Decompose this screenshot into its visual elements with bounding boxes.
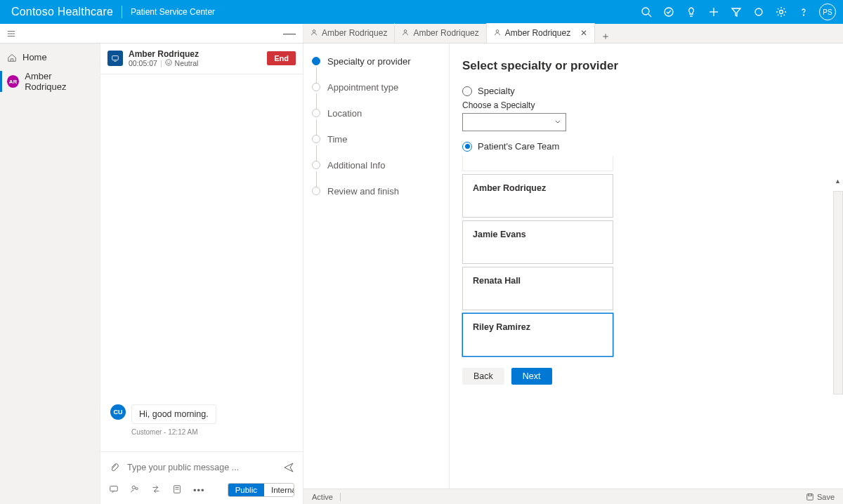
divider: [100, 451, 303, 452]
svg-point-12: [313, 30, 315, 33]
step-appointment-type[interactable]: Appointment type: [312, 82, 440, 93]
chat-panel: Amber Rodriquez 00:05:07 | Neutral End C…: [100, 44, 303, 504]
svg-point-19: [169, 62, 170, 62]
quick-reply-icon[interactable]: [109, 484, 119, 496]
tab-label: Amber Rodriquez: [413, 28, 478, 38]
second-bar: — Amber Rodriquez Amber Rodriquez Amber …: [0, 24, 843, 44]
close-icon[interactable]: ✕: [575, 28, 587, 38]
chat-input-row: [100, 456, 303, 479]
end-chat-button[interactable]: End: [267, 51, 296, 65]
help-icon[interactable]: [792, 0, 815, 24]
notes-icon[interactable]: [172, 484, 182, 496]
chat-header-strip: —: [22, 24, 303, 43]
svg-point-18: [167, 62, 168, 62]
svg-point-16: [165, 60, 171, 65]
care-team-card[interactable]: Amber Rodriquez: [462, 174, 613, 218]
brand-subtitle: Patient Service Center: [131, 7, 215, 17]
lightbulb-icon[interactable]: [680, 0, 702, 24]
svg-point-14: [496, 30, 499, 33]
form-title: Select specialty or provider: [462, 59, 825, 73]
person-icon: [311, 28, 318, 38]
contact-avatar: AR: [7, 75, 19, 88]
user-avatar[interactable]: PS: [819, 4, 836, 20]
svg-rect-20: [110, 486, 118, 491]
transfer-icon[interactable]: [151, 484, 161, 496]
svg-point-13: [405, 30, 407, 33]
care-team-list: Amber Rodriquez Jamie Evans Renata Hall …: [462, 156, 825, 357]
message-meta: Customer - 12:12 AM: [131, 428, 293, 436]
step-location[interactable]: Location: [312, 108, 440, 119]
svg-point-2: [665, 8, 673, 16]
chat-transcript: CU Hi, good morning. Customer - 12:12 AM: [100, 74, 303, 447]
chat-header: Amber Rodriquez 00:05:07 | Neutral End: [100, 44, 303, 74]
toggle-public[interactable]: Public: [228, 484, 264, 496]
status-bar: Active Save: [303, 489, 843, 504]
task-icon[interactable]: [658, 0, 680, 24]
record-status: Active: [312, 493, 333, 501]
save-icon[interactable]: [806, 493, 814, 501]
send-icon[interactable]: [283, 462, 294, 473]
form-panel: Select specialty or provider Specialty C…: [450, 44, 843, 504]
sentiment-icon: [165, 59, 172, 68]
toggle-internal[interactable]: Internal: [264, 484, 294, 496]
filter-icon[interactable]: [725, 0, 747, 24]
step-specialty[interactable]: Specialty or provider: [312, 56, 440, 67]
sidebar-label: Amber Rodriquez: [25, 71, 93, 92]
minimize-chat-icon[interactable]: —: [283, 26, 296, 41]
add-tab-button[interactable]: ＋: [595, 30, 616, 43]
care-team-scroll-top: [462, 156, 613, 171]
svg-rect-27: [808, 493, 811, 496]
care-team-card[interactable]: Jamie Evans: [462, 220, 613, 264]
tab-contact-3[interactable]: Amber Rodriquez ✕: [487, 23, 595, 43]
home-icon: [7, 53, 17, 62]
presence-icon[interactable]: [747, 0, 770, 24]
chat-elapsed: 00:05:07: [129, 59, 157, 68]
attach-icon[interactable]: [109, 462, 120, 473]
chat-contact-name: Amber Rodriquez: [129, 49, 261, 59]
wizard-steps: Specialty or provider Appointment type L…: [303, 44, 450, 504]
visibility-toggle[interactable]: Public Internal: [228, 483, 294, 497]
sidebar-item-contact[interactable]: AR Amber Rodriquez: [0, 67, 100, 96]
svg-point-6: [755, 8, 762, 15]
next-button[interactable]: Next: [511, 368, 552, 385]
sidebar-label: Home: [22, 52, 47, 62]
consult-icon[interactable]: [130, 484, 140, 496]
chevron-down-icon: [554, 119, 561, 126]
scrollbar[interactable]: ▲: [833, 191, 843, 394]
radio-care-team[interactable]: Patient's Care Team: [462, 141, 825, 152]
step-additional-info[interactable]: Additional Info: [312, 160, 440, 171]
tab-label: Amber Rodriquez: [505, 28, 570, 38]
gear-icon[interactable]: [770, 0, 792, 24]
left-sidebar: Home AR Amber Rodriquez: [0, 44, 100, 504]
care-team-card[interactable]: Renata Hall: [462, 267, 613, 310]
save-button[interactable]: Save: [817, 493, 835, 501]
message-avatar: CU: [110, 404, 126, 420]
search-icon[interactable]: [635, 0, 658, 24]
hamburger-icon[interactable]: [0, 24, 22, 43]
sidebar-item-home[interactable]: Home: [0, 48, 100, 67]
message-text: Hi, good morning.: [131, 404, 216, 424]
person-icon: [402, 28, 409, 38]
radio-icon: [462, 86, 472, 96]
tab-strip: Amber Rodriquez Amber Rodriquez Amber Ro…: [303, 24, 843, 43]
back-button[interactable]: Back: [462, 368, 504, 385]
step-time[interactable]: Time: [312, 134, 440, 145]
radio-specialty[interactable]: Specialty: [462, 86, 825, 96]
tab-contact-1[interactable]: Amber Rodriquez: [303, 23, 395, 43]
chat-message: CU Hi, good morning.: [110, 404, 293, 424]
tab-label: Amber Rodriquez: [322, 28, 387, 38]
svg-point-0: [642, 8, 649, 15]
svg-point-8: [804, 15, 804, 15]
step-review[interactable]: Review and finish: [312, 186, 440, 197]
care-team-card[interactable]: Riley Ramirez: [462, 313, 613, 357]
more-icon[interactable]: •••: [193, 485, 205, 496]
radio-icon: [462, 142, 472, 152]
chat-input[interactable]: [127, 463, 276, 472]
tab-contact-2[interactable]: Amber Rodriquez: [395, 23, 486, 43]
svg-point-7: [780, 11, 783, 14]
app-topbar: Contoso Healthcare Patient Service Cente…: [0, 0, 843, 24]
svg-line-1: [648, 14, 651, 17]
specialty-select[interactable]: [462, 113, 566, 131]
add-icon[interactable]: [702, 0, 725, 24]
chat-sentiment: Neutral: [175, 59, 199, 68]
